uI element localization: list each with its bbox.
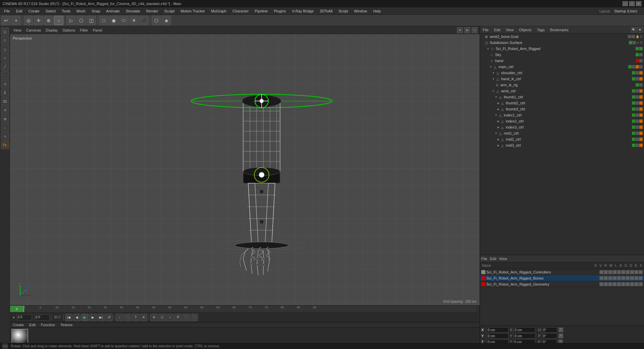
auto-key-button[interactable]: ⬛ (124, 314, 131, 321)
obj-item-index3-ctrl[interactable]: ▶ △ index3_ctrl (480, 124, 644, 130)
sidebar-select-button[interactable]: ⬡ (1, 36, 9, 44)
obj-item-index1-ctrl[interactable]: ▼ △ index1_ctrl (480, 112, 644, 118)
menu-sculpt[interactable]: Sculpt (162, 8, 177, 14)
menu-mesh[interactable]: Mesh (74, 8, 88, 14)
go-to-start-button[interactable]: |◀ (65, 314, 72, 321)
menu-vray[interactable]: V-Ray Bridge (289, 8, 317, 14)
options-menu[interactable]: Options (61, 28, 76, 33)
motion-path-button[interactable]: ✛ (150, 314, 158, 321)
play-button[interactable]: ▶ (81, 314, 89, 321)
render-view-button[interactable]: ⬡ (76, 16, 86, 25)
sidebar-edge-button[interactable]: ╱ (1, 62, 9, 70)
sidebar-extrude-button[interactable]: ⊞ (1, 115, 9, 123)
menu-script[interactable]: Script (336, 8, 351, 14)
record-button[interactable]: ● (116, 314, 123, 321)
mat-function[interactable]: Function (40, 322, 56, 327)
menu-select[interactable]: Select (43, 8, 59, 14)
menu-mograph[interactable]: MoGraph (208, 8, 229, 14)
attr-view[interactable]: View (499, 257, 507, 261)
keyframe-sel-button[interactable]: ⬡ (158, 314, 166, 321)
create-cylinder-button[interactable]: ⬭ (119, 16, 128, 25)
y-position-input[interactable] (487, 333, 508, 339)
y-size-input[interactable] (514, 333, 535, 339)
mat-texture[interactable]: Texture (59, 322, 74, 327)
render-button[interactable]: ▷ (66, 16, 76, 25)
display-mode2-button[interactable]: ◈ (162, 16, 171, 25)
close-button[interactable]: ✕ (636, 1, 641, 6)
menu-render[interactable]: Render (144, 8, 161, 14)
menu-snap[interactable]: Snap (89, 8, 103, 14)
menu-pipeline[interactable]: Pipeline (252, 8, 270, 14)
nla-button[interactable]: P (174, 314, 182, 321)
view-menu[interactable]: View (12, 28, 23, 33)
menu-3dtoall[interactable]: 3DToAll (317, 8, 335, 14)
live-selection-button[interactable]: ◎ (24, 16, 33, 25)
attr-row-geometry[interactable]: Sci_Fi_Robot_Arm_Rigged_Geometry ⬡ ⬡ ⬡ ⬡… (480, 281, 644, 287)
obj-item-thumb3-ctrl[interactable]: ▶ △ thumb3_ctrl (480, 106, 644, 112)
menu-tools[interactable]: Tools (59, 8, 73, 14)
menu-character[interactable]: Character (230, 8, 251, 14)
rotate-button[interactable]: ○ (54, 16, 63, 25)
sidebar-polygon-button[interactable]: ◇ (1, 54, 9, 62)
obj-objects[interactable]: Objects (518, 28, 533, 32)
obj-item-hand-ik-ctrl[interactable]: ▼ △ hand_ik_ctrl (480, 76, 644, 82)
render-region-button[interactable]: ◫ (87, 16, 96, 25)
go-to-end-button[interactable]: ▶| (97, 314, 105, 321)
obj-item-index2-ctrl[interactable]: ▶ △ index2_ctrl (480, 118, 644, 124)
h-input[interactable] (542, 327, 557, 333)
menu-motion-tracker[interactable]: Motion Tracker (178, 8, 208, 14)
current-frame-input[interactable] (17, 314, 32, 320)
viewport-icon-3[interactable]: ⬡ (472, 27, 478, 33)
obj-item-main-ctrl[interactable]: ▼ △ main_ctrl (480, 64, 644, 70)
maximize-button[interactable]: □ (629, 1, 635, 6)
next-frame-button[interactable]: ▶ (89, 314, 97, 321)
sidebar-spline-button[interactable]: ∿ (1, 132, 9, 140)
timeline-track[interactable]: 0 5 10 15 20 25 30 35 40 45 50 55 60 65 … (23, 306, 476, 312)
filter-icon[interactable]: ▼ (637, 27, 643, 33)
menu-simulate[interactable]: Simulate (123, 8, 143, 14)
menu-window[interactable]: Window (351, 8, 370, 14)
frame-display[interactable] (35, 314, 50, 320)
sidebar-deform-button[interactable]: ⬦ (1, 123, 9, 132)
menu-help[interactable]: Help (371, 8, 384, 14)
obj-item-robot-arm[interactable]: ▼ □ Sci_Fi_Robot_Arm_Rigged (480, 46, 644, 52)
x-position-input[interactable] (487, 327, 508, 333)
create-cube-button[interactable]: □ (99, 16, 108, 25)
sidebar-magnet-button[interactable]: $ (1, 89, 9, 97)
obj-item-mid1-ctrl[interactable]: ▼ △ mid1_ctrl (480, 130, 644, 136)
3d-viewport[interactable]: Perspective (10, 34, 480, 305)
display-mode-button[interactable]: ⬡ (152, 16, 161, 25)
mat-create[interactable]: Create (11, 322, 25, 327)
scale-button[interactable]: ⊕ (44, 16, 53, 25)
redo-button[interactable]: + (11, 16, 21, 25)
minimize-button[interactable]: ─ (623, 1, 628, 6)
move-button[interactable]: ✛ (34, 16, 43, 25)
obj-item-subdivision[interactable]: ◫ Subdivision Surface ✓ ⊡ (480, 40, 644, 46)
menu-edit[interactable]: Edit (13, 8, 25, 14)
menu-animate[interactable]: Animate (104, 8, 122, 14)
attr-row-bones[interactable]: Sci_Fi_Robot_Arm_Rigged_Bones ⬡ ⬡ ⬡ ⬡ ⬡ … (480, 275, 644, 281)
create-sphere-button[interactable]: ◉ (109, 16, 118, 25)
obj-item-mid3-ctrl[interactable]: ▶ △ mid3_ctrl (480, 142, 644, 148)
obj-item-thumb1-ctrl[interactable]: ▼ △ thumb1_ctrl (480, 94, 644, 100)
mat-edit[interactable]: Edit (28, 322, 37, 327)
sidebar-brush-button[interactable]: ⊙ (1, 80, 9, 88)
x-size-input[interactable] (514, 327, 535, 333)
timeline-view-button[interactable]: ⬛ (182, 314, 190, 321)
obj-item-shoulder-ctrl[interactable]: ▼ △ shoulder_ctrl (480, 70, 644, 76)
timeline-ruler[interactable]: 0 0 5 10 15 20 25 30 35 40 45 50 55 60 6… (10, 305, 480, 312)
key-button[interactable]: ? (132, 314, 139, 321)
create-light-button[interactable]: ☀ (129, 16, 139, 25)
sidebar-point-button[interactable]: · (1, 71, 9, 79)
viewport-icon-2[interactable]: ⊕ (464, 27, 470, 33)
obj-bookmarks[interactable]: Bookmarks (549, 28, 570, 32)
create-camera-button[interactable]: ⬛ (139, 16, 149, 25)
menu-create[interactable]: Create (26, 8, 42, 14)
viewport-icon-1[interactable]: ✛ (457, 27, 463, 33)
panel-menu[interactable]: Panel (92, 28, 104, 33)
obj-item-wrist2-goal[interactable]: ⊞ wrist2_bone.Goal 🔒 ⊡ (480, 34, 644, 40)
delete-key-button[interactable]: ✕ (140, 314, 147, 321)
sidebar-knife-button[interactable]: ⌧ (1, 97, 9, 105)
obj-item-sky[interactable]: ○ Sky (480, 52, 644, 58)
obj-file[interactable]: File (481, 28, 490, 32)
